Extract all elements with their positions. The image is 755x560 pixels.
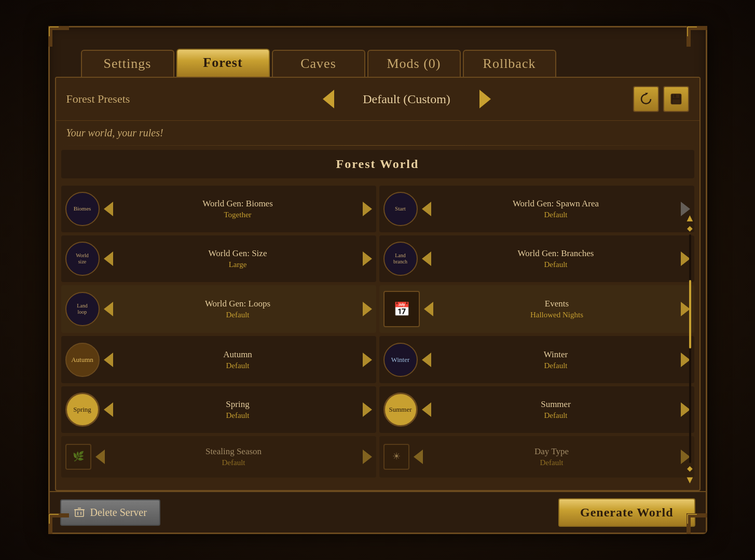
loops-name: World Gen: Loops [117,299,359,309]
setting-row-winter: Winter Winter Default [379,336,694,383]
autumn-info: Autumn Default [117,349,359,370]
biomes-next-button[interactable] [363,202,372,216]
size-info: World Gen: Size Large [117,248,359,269]
autumn-prev-button[interactable] [104,353,113,367]
spring-prev-button[interactable] [104,402,113,417]
delete-server-label: Delete Server [90,507,147,519]
spawn-prev-button[interactable] [422,202,431,216]
stealing-name: Stealing Season [109,446,359,457]
biomes-icon: Biomes [65,192,100,226]
preset-prev-button[interactable] [323,90,334,108]
setting-row-spring: Spring Spring Default [61,386,376,433]
tab-bar: Settings Forest Caves Mods (0) Rollback [50,27,706,77]
loops-icon: Landloop [65,292,100,326]
autumn-name: Autumn [117,349,359,360]
size-next-button[interactable] [363,251,372,266]
size-icon: Worldsize [65,242,100,276]
scroll-diamond-bottom: ◆ [687,465,693,472]
tab-rollback[interactable]: Rollback [463,50,556,77]
winter-prev-button[interactable] [422,353,431,367]
biomes-info: World Gen: Biomes Together [117,199,359,219]
winter-value: Default [435,361,677,370]
spawn-info: World Gen: Spawn Area Default [435,199,677,219]
stealing-prev-button[interactable] [95,450,105,464]
branches-prev-button[interactable] [422,251,431,266]
preset-bar: Forest Presets Default (Custom) [56,78,699,121]
winter-info: Winter Default [435,349,677,370]
daytime-prev-button[interactable] [414,450,423,464]
events-name: Events [437,299,677,309]
corner-decoration-br [687,513,707,534]
preset-next-button[interactable] [479,90,491,108]
events-icon: 📅 [383,291,420,327]
daytime-icon: ☀ [383,444,409,470]
setting-row-spawn: Start World Gen: Spawn Area Default [379,186,694,232]
stealing-value: Default [109,458,359,467]
events-info: Events Hallowed Nights [437,299,677,319]
tab-mods[interactable]: Mods (0) [367,50,461,77]
size-name: World Gen: Size [117,248,359,259]
preset-icons [633,86,689,112]
branches-icon: Landbranch [383,242,418,276]
setting-row-size: Worldsize World Gen: Size Large [61,235,376,282]
winter-icon: Winter [383,343,418,377]
svg-rect-5 [75,510,84,516]
preset-name: Default (Custom) [345,92,469,106]
setting-row-branches: Landbranch World Gen: Branches Default [379,235,694,282]
branches-name: World Gen: Branches [435,248,677,259]
scrollbar: ▲ ◆ ◆ ▼ [685,213,695,485]
delete-server-button[interactable]: Delete Server [60,499,160,526]
loops-info: World Gen: Loops Default [117,299,359,319]
loops-prev-button[interactable] [104,302,113,316]
biomes-prev-button[interactable] [104,202,113,216]
tab-caves[interactable]: Caves [272,50,365,77]
preset-label: Forest Presets [66,92,181,106]
svg-rect-4 [672,100,680,103]
scroll-down-button[interactable]: ▼ [685,474,695,485]
summer-name: Summer [435,399,677,410]
summer-prev-button[interactable] [422,402,431,417]
spawn-name: World Gen: Spawn Area [435,199,677,209]
daytime-value: Default [427,458,677,467]
daytime-name: Day Type [427,446,677,457]
events-value: Hallowed Nights [437,311,677,319]
branches-info: World Gen: Branches Default [435,248,677,269]
events-prev-button[interactable] [424,302,433,316]
stealing-icon: 🌿 [65,444,91,470]
preset-reset-button[interactable] [633,86,659,112]
setting-row-biomes: Biomes World Gen: Biomes Together [61,186,376,232]
scroll-thumb[interactable] [689,280,691,348]
biomes-name: World Gen: Biomes [117,199,359,209]
setting-row-daytime: ☀ Day Type Default [379,436,694,478]
generate-world-button[interactable]: Generate World [558,498,695,527]
preset-nav: Default (Custom) [181,90,633,108]
branches-value: Default [435,260,677,269]
tab-forest[interactable]: Forest [176,49,270,77]
size-prev-button[interactable] [104,251,113,266]
section-title: Forest World [336,157,419,171]
spring-info: Spring Default [117,399,359,420]
corner-decoration-tl [48,26,69,47]
tab-settings[interactable]: Settings [81,50,174,77]
spawn-icon: Start [383,192,418,226]
section-title-bar: Forest World [61,150,694,178]
summer-value: Default [435,411,677,420]
setting-row-stealing: 🌿 Stealing Season Default [61,436,376,478]
setting-row-autumn: Autumn Autumn Default [61,336,376,383]
summer-icon: Summer [383,393,418,427]
autumn-value: Default [117,361,359,370]
scroll-up-button[interactable]: ▲ [685,213,695,223]
scroll-track[interactable] [689,234,691,463]
setting-row-summer: Summer Summer Default [379,386,694,433]
setting-row-loops: Landloop World Gen: Loops Default [61,285,376,333]
autumn-next-button[interactable] [363,353,372,367]
stealing-info: Stealing Season Default [109,446,359,467]
preset-save-button[interactable] [663,86,689,112]
spring-icon: Spring [65,393,100,427]
spring-next-button[interactable] [363,402,372,417]
biomes-value: Together [117,211,359,219]
loops-next-button[interactable] [363,302,372,316]
stealing-next-button[interactable] [363,450,372,464]
size-value: Large [117,260,359,269]
setting-row-events: 📅 Events Hallowed Nights [379,285,694,333]
